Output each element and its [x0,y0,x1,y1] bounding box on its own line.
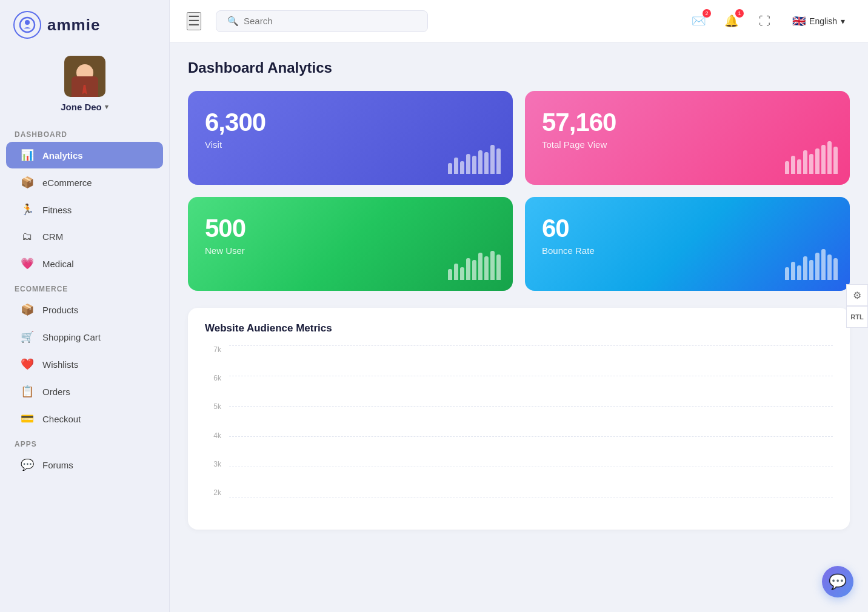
sidebar-item-orders[interactable]: 📋 Orders [6,378,163,405]
sidebar-item-label: Analytics [42,150,83,161]
stat-bar [460,161,464,174]
settings-float-button[interactable]: ⚙ [846,284,868,306]
menu-button[interactable]: ☰ [187,12,201,30]
sidebar-item-wishlists[interactable]: ❤️ Wishlists [6,351,163,378]
stat-number: 6,300 [205,108,496,137]
stat-number: 57,160 [542,108,833,137]
sidebar-item-label: Orders [42,387,70,397]
sidebar-item-label: Checkout [42,414,81,424]
avatar [64,56,105,97]
sidebar-item-label: eCommerce [42,178,92,188]
chart-area [229,345,833,497]
stat-bar [791,156,795,174]
svg-point-1 [25,20,30,25]
stat-bar [496,148,501,174]
chart-section: Website Audience Metrics 7k6k5k4k3k2k [188,308,850,530]
sidebar-item-checkout[interactable]: 💳 Checkout [6,405,163,432]
sidebar-item-label: Medical [42,259,74,269]
language-label: English [809,16,837,26]
shopping-cart-icon: 🛒 [21,330,34,344]
mail-badge: 2 [703,9,711,18]
rtl-float-button[interactable]: RTL [846,306,868,328]
sidebar-item-fitness[interactable]: 🏃 Fitness [6,196,163,223]
ecommerce-icon: 📦 [21,176,34,189]
chart-y-label: 4k [213,431,221,440]
stat-bar [496,254,501,280]
stat-bar [466,154,470,174]
stat-card-page-view: 57,160 Total Page View [525,91,850,185]
chat-fab-button[interactable]: 💬 [822,566,853,597]
sidebar-item-ecommerce[interactable]: 📦 eCommerce [6,169,163,196]
stat-bar [472,260,476,280]
stat-bar [803,150,807,174]
fitness-icon: 🏃 [21,203,34,216]
header-right: ✉️ 2 🔔 1 ⛶ 🇬🇧 English ▾ [688,10,851,32]
stat-number: 60 [542,214,833,243]
sidebar-item-analytics[interactable]: 📊 Analytics [6,142,163,168]
sidebar-item-medical[interactable]: 💗 Medical [6,250,163,277]
avatar-section: Jone Deo ▾ [0,50,169,123]
language-selector[interactable]: 🇬🇧 English ▾ [786,11,851,32]
logo-text: ammie [47,16,100,35]
sidebar-item-crm[interactable]: 🗂 CRM [6,224,163,250]
stat-bar [809,260,813,280]
analytics-icon: 📊 [21,148,34,162]
stat-chart [785,138,838,174]
sidebar-item-forums[interactable]: 💬 Forums [6,451,163,478]
stat-bar [454,264,458,280]
sidebar-item-shopping-cart[interactable]: 🛒 Shopping Cart [6,324,163,350]
user-name[interactable]: Jone Deo ▾ [61,102,109,112]
chart-y-label: 2k [213,488,221,497]
sidebar-section-dashboard: Dashboard [0,123,169,141]
notification-button[interactable]: 🔔 1 [721,10,743,32]
stat-bar [478,253,482,280]
page-title: Dashboard Analytics [188,59,850,76]
stat-bar [803,256,807,280]
crm-icon: 🗂 [21,230,34,243]
stat-bar [791,262,795,280]
stat-bar [785,161,789,174]
chart-y-label: 5k [213,402,221,411]
stat-bar [466,258,470,280]
sidebar-logo: ammie [0,0,169,50]
stat-chart [785,244,838,280]
sidebar-item-label: Shopping Cart [42,332,101,342]
header: ☰ 🔍 ✉️ 2 🔔 1 ⛶ 🇬🇧 English ▾ [170,0,868,42]
search-input[interactable] [244,16,416,26]
stat-bar [448,163,452,174]
stat-bar [815,148,820,174]
chart-y-axis: 7k6k5k4k3k2k [205,345,226,497]
chevron-down-icon: ▾ [105,103,109,111]
mail-button[interactable]: ✉️ 2 [688,10,710,32]
stats-grid: 6,300 Visit 57,160 Total Page View 500 N… [188,91,850,291]
stat-number: 500 [205,214,496,243]
stat-bar [448,269,452,280]
chart-grid-line [229,497,833,497]
sidebar-item-label: CRM [42,231,63,242]
stat-bar [797,265,801,280]
sidebar: ammie Jone Deo ▾ Dashboard📊 Analytics📦 e… [0,0,170,612]
stat-bar [833,147,838,174]
wishlists-icon: ❤️ [21,358,34,371]
stat-bar [484,152,489,174]
chart-y-label: 3k [213,460,221,468]
stat-bar [827,141,832,174]
lang-chevron-icon: ▾ [841,16,845,26]
stat-bar [490,251,495,280]
stat-bar [809,154,813,174]
stat-card-new-user: 500 New User [188,197,513,291]
sidebar-item-label: Fitness [42,205,72,215]
stat-bar [484,256,489,280]
stat-bar [821,145,826,174]
stat-bar [785,267,789,280]
stat-bar [472,156,476,174]
logo-icon [13,11,41,39]
fullscreen-button[interactable]: ⛶ [753,10,775,32]
main: ☰ 🔍 ✉️ 2 🔔 1 ⛶ 🇬🇧 English ▾ Dashboard An… [170,0,868,612]
floating-buttons: ⚙ RTL [846,284,868,328]
sidebar-item-products[interactable]: 📦 Products [6,296,163,323]
stat-chart [448,138,501,174]
stat-bar [478,150,482,174]
chart-title: Website Audience Metrics [205,322,833,334]
search-box[interactable]: 🔍 [216,10,428,32]
